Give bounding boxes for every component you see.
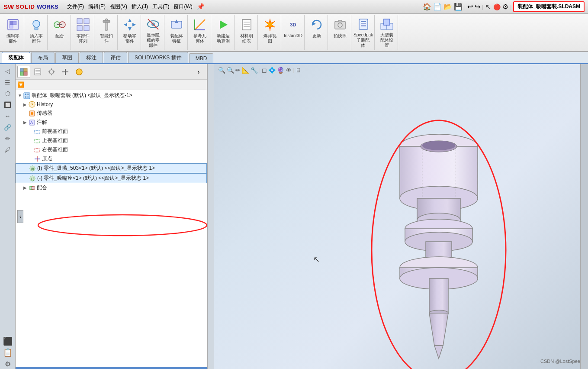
tree-item-top-plane[interactable]: ▶ 上视基准面 [16,136,207,145]
tree-item-annotation[interactable]: ▶ A 注解 [16,118,207,127]
tree-tab-display[interactable] [73,66,86,78]
toolbar-move-comp[interactable]: 移动零部件 [119,15,141,50]
watermark: CSDN @LostSpeed [540,359,583,364]
left-icon-5[interactable]: ↔ [2,111,14,121]
toolbar-mate[interactable]: 配合 [48,15,71,50]
filter-bar: 🔽 [16,80,207,90]
filter-input[interactable] [26,82,205,87]
tab-plugins[interactable]: SOLIDWORKS 插件 [128,52,188,63]
toolbar-snapshot[interactable]: 拍快照 [329,15,351,50]
toolbar-smart-fastener[interactable]: 智能扣件 [95,15,118,50]
toolbar-speedpak[interactable]: Speedpak子装配体 [352,15,375,50]
view-icon-sketch[interactable]: 📐 [242,67,249,74]
toolbar-redo-btn[interactable]: ↪ [475,3,480,11]
tree-item-right-plane[interactable]: ▶ 右视基准面 [16,145,207,154]
menu-edit[interactable]: 编辑(E) [88,3,106,10]
tree-tab-properties[interactable] [31,66,44,78]
toolbar-comp-pattern[interactable]: 零部件阵列 [72,15,94,50]
toolbar-bom[interactable]: 材料明细表 [235,15,258,50]
part2-text: (-) 零件_吸嘴座<1> (默认) <<默认>_显示状态 1> [37,175,149,182]
menu-file[interactable]: 文件(F) [67,3,84,10]
left-icon-bottom-1[interactable]: ⬛ [2,336,14,346]
expand-annotation[interactable]: ▶ [22,120,28,125]
annotation-icon: A [29,119,35,126]
left-icon-7[interactable]: ✏ [2,133,14,144]
expand-root[interactable]: ▼ [17,93,22,98]
view-icon-measure[interactable]: ✏ [235,67,241,74]
menu-insert[interactable]: 插入(J) [132,3,148,10]
tab-sketch[interactable]: 草图 [55,52,79,63]
tab-markup[interactable]: 标注 [80,52,103,63]
toolbar-new-btn[interactable]: 🏠 [423,3,431,11]
menu-view[interactable]: 视图(V) [110,3,127,10]
left-icon-6[interactable]: 🔗 [2,122,14,133]
toolbar-edit-part[interactable]: 编辑零部件 [2,15,24,50]
view-icon-display[interactable]: 💠 [268,67,276,74]
toolbar-stoplight-btn[interactable]: 🔴 [493,3,501,10]
expand-mate[interactable]: ▶ [22,185,28,191]
instant3d-label: Instant3D [284,33,302,39]
view-icon-orient[interactable]: ◻ [262,67,267,74]
tree-tab-plus[interactable] [59,66,72,78]
left-icon-8[interactable]: 🖊 [2,145,14,155]
view-icon-zoom[interactable]: 🔍 [227,67,234,74]
left-icon-1[interactable]: ◁ [2,66,14,76]
logo-text: SOLID [16,3,35,10]
viewport[interactable]: 🔍 🔍 ✏ 📐 🔧 | ◻ 💠 🔮 👁 | 🖥 [214,64,588,369]
toolbar-instant3d[interactable]: 3D Instant3D [282,15,305,50]
tab-layout[interactable]: 布局 [31,52,55,63]
toolbar-explode[interactable]: 爆炸视图 [259,15,281,50]
toolbar-options-btn[interactable]: ⚙ [502,3,508,11]
tab-mbd[interactable]: MBD [189,53,214,63]
collapse-handle[interactable]: ‹ [17,210,23,223]
view-icon-search[interactable]: 🔍 [218,67,225,74]
toolbar-save-btn[interactable]: 📂 [443,3,452,11]
left-icon-bottom-3[interactable]: ⚙ [2,359,14,369]
toolbar-large-assembly[interactable]: 大型装配体设置 [376,15,398,50]
tree-item-part2[interactable]: ▶ (-) (-) 零件_吸嘴座<1> (默认) <<默认>_显示状态 1> [16,173,207,183]
tree-item-history[interactable]: ▶ History [16,100,207,109]
svg-line-24 [195,19,205,30]
tree-expand-btn[interactable]: › [192,66,205,78]
tree-item-sensor[interactable]: ▶ 传感器 [16,109,207,118]
tree-item-front-plane[interactable]: ▶ 前视基准面 [16,127,207,136]
view-icon-render[interactable]: 🖥 [296,67,302,74]
left-icon-4[interactable]: 🔲 [2,100,14,110]
menu-tools[interactable]: 工具(T) [152,3,169,10]
view-icon-section[interactable]: 🔧 [251,67,258,74]
svg-point-82 [32,186,35,190]
left-icon-3[interactable]: ⬡ [2,88,14,99]
toolbar-assembly-feature[interactable]: 装配体特征 [165,15,188,50]
tree-tab-config[interactable] [45,66,58,78]
insert-part-label: 插入零部件 [30,33,43,44]
left-icon-2[interactable]: ☰ [2,77,14,87]
view-icon-hide[interactable]: 👁 [286,67,292,74]
expand-history[interactable]: ▶ [22,102,28,107]
tree-item-origin[interactable]: ▶ 原点 [16,154,207,163]
svg-rect-44 [20,68,24,72]
tree-item-mate[interactable]: ▶ 配合 [16,183,207,192]
tree-tab-feature[interactable] [17,66,30,78]
menu-bar: 文件(F) 编辑(E) 视图(V) 插入(J) 工具(T) 窗口(W) 📌 [67,3,204,10]
insert-part-icon [29,17,44,32]
tab-assembly[interactable]: 装配体 [2,52,30,63]
tab-evaluate[interactable]: 评估 [104,52,127,63]
toolbar-insert-part[interactable]: 插入零部件 [25,15,48,50]
menu-pin[interactable]: 📌 [197,3,204,10]
menu-window[interactable]: 窗口(W) [174,3,192,10]
tree-item-root[interactable]: ▼ 装配体_吸嘴套装 (默认) <默认_显示状态-1> [16,91,207,100]
view-icon-lights[interactable]: 🔮 [277,67,284,74]
toolbar-new-motion[interactable]: 新建运动算例 [212,15,235,50]
tree-item-part1[interactable]: ▶ (f) (f) 零件_吸嘴_503<1> (默认) <<默认>_显示状态 1… [16,163,207,173]
svg-marker-32 [265,19,275,31]
toolbar-undo-btn[interactable]: ↩ [467,3,473,11]
toolbar-update[interactable]: 更新 [305,15,328,50]
toolbar-show-hide[interactable]: 显示隐藏的零部件 [142,15,164,50]
left-icon-bottom-2[interactable]: 📋 [2,347,14,358]
toolbar-open-btn[interactable]: 📄 [433,3,442,11]
toolbar-ref-geom[interactable]: 参考几何体 [189,15,211,50]
toolbar-select-btn[interactable]: ↖ [485,2,492,12]
tree-tabs: › [16,64,207,80]
toolbar-print-btn[interactable]: 💾 [454,3,463,11]
large-assembly-label: 大型装配体设置 [380,32,393,48]
